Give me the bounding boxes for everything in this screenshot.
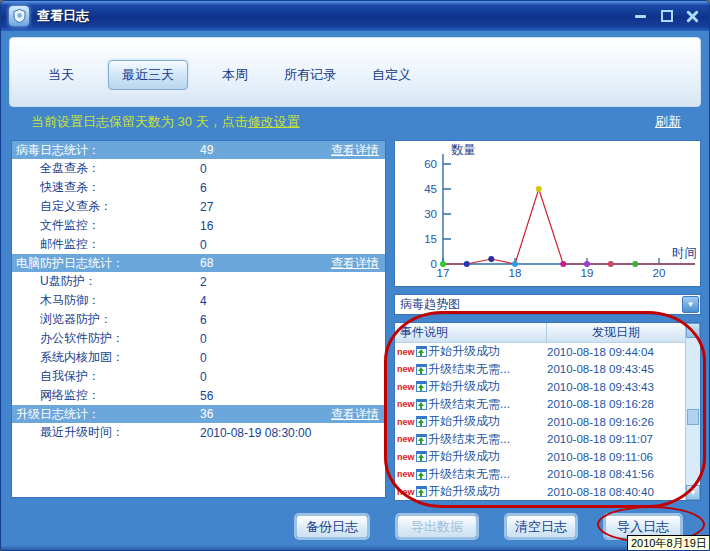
- new-badge: new: [395, 434, 416, 444]
- new-badge: new: [395, 364, 416, 374]
- table-row[interactable]: new升级结束无需...2010-08-18 09:43:45: [395, 361, 685, 379]
- stats-value: 6: [200, 181, 207, 195]
- date-cell: 2010-08-18 09:11:07: [547, 433, 685, 445]
- event-cell: new开始升级成功: [395, 483, 547, 500]
- table-row[interactable]: new开始升级成功2010-08-18 09:11:06: [395, 448, 685, 466]
- update-arrow-icon: [416, 469, 427, 480]
- dropdown-selected-value: 病毒趋势图: [395, 296, 682, 313]
- table-row[interactable]: new开始升级成功2010-08-18 08:40:40: [395, 483, 685, 500]
- view-details-link[interactable]: 查看详情: [331, 255, 379, 272]
- event-cell: new升级结束无需...: [395, 466, 547, 483]
- event-cell: new开始升级成功: [395, 378, 547, 395]
- event-label: 开始升级成功: [428, 448, 500, 465]
- tab-item[interactable]: 当天: [46, 61, 76, 89]
- date-cell: 2010-08-18 08:40:40: [547, 486, 685, 498]
- stats-section-header: 电脑防护日志统计：68查看详情: [12, 254, 385, 272]
- event-cell: new升级结束无需...: [395, 396, 547, 413]
- modify-settings-link[interactable]: 修改设置: [248, 114, 300, 129]
- event-cell: new开始升级成功: [395, 343, 547, 360]
- window-bottom-edge: [1, 545, 709, 550]
- svg-text:30: 30: [424, 208, 437, 220]
- table-row[interactable]: new开始升级成功2010-08-18 09:16:26: [395, 413, 685, 431]
- update-arrow-icon: [416, 346, 427, 357]
- date-cell: 2010-08-18 09:43:43: [547, 381, 685, 393]
- trend-chart-svg: 01530456017181920数量时间: [395, 141, 700, 286]
- stats-label: 网络监控：: [40, 387, 200, 404]
- trend-chart-panel: 01530456017181920数量时间: [394, 140, 701, 287]
- event-cell: new升级结束无需...: [395, 361, 547, 378]
- chevron-down-icon[interactable]: ▼: [682, 296, 699, 313]
- tab-item[interactable]: 所有记录: [282, 61, 338, 89]
- table-row[interactable]: new开始升级成功2010-08-18 09:44:04: [395, 343, 685, 361]
- date-cell: 2010-08-18 09:44:04: [547, 346, 685, 358]
- stats-row: 邮件监控：0: [12, 235, 385, 254]
- column-header-date: 发现日期: [547, 323, 685, 342]
- svg-text:15: 15: [424, 233, 437, 245]
- table-row[interactable]: new开始升级成功2010-08-18 09:43:43: [395, 378, 685, 396]
- stats-row: 木马防御：4: [12, 291, 385, 310]
- export-data-button[interactable]: 导出数据: [397, 515, 477, 538]
- event-label: 升级结束无需...: [428, 396, 510, 413]
- tab-item[interactable]: 自定义: [370, 61, 413, 89]
- stats-section-title: 病毒日志统计：: [16, 142, 200, 159]
- update-arrow-icon: [416, 434, 427, 445]
- stats-value: 2010-08-19 08:30:00: [200, 426, 311, 440]
- retention-text: 当前设置日志保留天数为 30 天，点击: [31, 114, 248, 129]
- minimize-icon[interactable]: [632, 8, 649, 24]
- event-label: 升级结束无需...: [428, 431, 510, 448]
- stats-row: 全盘查杀：0: [12, 159, 385, 178]
- stats-value: 2: [200, 275, 207, 289]
- event-label: 升级结束无需...: [428, 466, 510, 483]
- table-header: 事件说明 发现日期: [395, 323, 685, 343]
- stats-value: 6: [200, 313, 207, 327]
- view-details-link[interactable]: 查看详情: [331, 142, 379, 159]
- svg-text:17: 17: [437, 267, 450, 279]
- tab-panel: 当天最近三天本周所有记录自定义: [9, 37, 701, 107]
- stats-row: 自定义查杀：27: [12, 197, 385, 216]
- new-badge: new: [395, 347, 416, 357]
- window-title: 查看日志: [37, 7, 89, 25]
- backup-log-button[interactable]: 备份日志: [296, 515, 368, 538]
- date-tooltip: 2010年8月19日: [627, 535, 710, 551]
- stats-label: 文件监控：: [40, 217, 200, 234]
- stats-section-total: 68: [200, 256, 331, 270]
- maximize-icon[interactable]: [658, 8, 675, 24]
- refresh-link[interactable]: 刷新: [655, 113, 681, 131]
- svg-text:60: 60: [424, 158, 437, 170]
- date-cell: 2010-08-18 09:43:45: [547, 363, 685, 375]
- tab-item[interactable]: 本周: [220, 61, 250, 89]
- stats-section-title: 升级日志统计：: [16, 406, 200, 423]
- svg-text:20: 20: [653, 267, 666, 279]
- new-badge: new: [395, 487, 416, 497]
- stats-value: 0: [200, 370, 207, 384]
- stats-value: 0: [200, 238, 207, 252]
- table-row[interactable]: new升级结束无需...2010-08-18 09:16:28: [395, 396, 685, 414]
- event-label: 升级结束无需...: [428, 361, 510, 378]
- table-row[interactable]: new升级结束无需...2010-08-18 09:11:07: [395, 431, 685, 449]
- date-cell: 2010-08-18 08:41:56: [547, 468, 685, 480]
- new-badge: new: [395, 399, 416, 409]
- scrollbar-thumb[interactable]: [687, 409, 699, 425]
- trend-type-dropdown[interactable]: 病毒趋势图 ▼: [394, 294, 701, 315]
- event-cell: new开始升级成功: [395, 448, 547, 465]
- update-arrow-icon: [416, 399, 427, 410]
- stats-value: 16: [200, 219, 213, 233]
- tab-item[interactable]: 最近三天: [108, 60, 188, 90]
- new-badge: new: [395, 417, 416, 427]
- stats-row: 自我保护：0: [12, 367, 385, 386]
- retention-info: 当前设置日志保留天数为 30 天，点击修改设置: [31, 113, 300, 131]
- stats-row: 快速查杀：6: [12, 178, 385, 197]
- stats-value: 4: [200, 294, 207, 308]
- table-row[interactable]: new升级结束无需...2010-08-18 08:41:56: [395, 466, 685, 484]
- scrollbar[interactable]: ▲ ▼: [685, 323, 700, 500]
- stats-row: 系统内核加固：0: [12, 348, 385, 367]
- stats-section-title: 电脑防护日志统计：: [16, 255, 200, 272]
- close-icon[interactable]: [684, 8, 701, 24]
- scroll-down-icon[interactable]: ▼: [686, 485, 700, 500]
- stats-label: 木马防御：: [40, 292, 200, 309]
- svg-text:数量: 数量: [451, 143, 476, 157]
- scroll-up-icon[interactable]: ▲: [686, 323, 700, 338]
- date-cell: 2010-08-18 09:11:06: [547, 451, 685, 463]
- clear-log-button[interactable]: 清空日志: [506, 515, 576, 538]
- view-details-link[interactable]: 查看详情: [331, 406, 379, 423]
